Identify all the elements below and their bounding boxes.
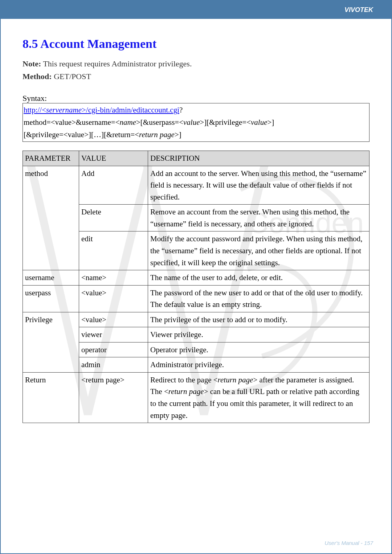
- brand-logo: VIVOTEK: [344, 6, 373, 14]
- page: VIVOTEK Confidential 8.5 Account Managem…: [0, 0, 392, 554]
- syntax-text: http://<: [24, 106, 46, 114]
- header-bar: VIVOTEK: [1, 1, 391, 19]
- header-value: VALUE: [79, 151, 148, 166]
- cell-desc: Redirect to the page <return page> after…: [148, 372, 369, 423]
- method-text: GET/POST: [52, 72, 91, 81]
- desc-text: return page: [168, 387, 204, 396]
- syntax-text: >]: [175, 130, 181, 139]
- syntax-box: http://<servername>/cgi-bin/admin/editac…: [23, 103, 369, 142]
- table-row: userpass <value> The password of the new…: [23, 285, 369, 312]
- cell-param: username: [23, 270, 79, 286]
- syntax-label: Syntax:: [23, 94, 369, 103]
- cell-desc: Add an account to the server. When using…: [148, 166, 369, 205]
- cell-value: edit: [79, 231, 148, 270]
- cell-value: viewer: [79, 327, 148, 342]
- cell-desc: Modify the account password and privileg…: [148, 231, 369, 270]
- cell-param: Return: [23, 372, 79, 423]
- cell-param: Privilege: [23, 312, 79, 372]
- cell-value: operator: [79, 342, 148, 357]
- syntax-text: name: [119, 118, 136, 127]
- cell-desc: The privilege of the user to add or to m…: [148, 312, 369, 327]
- content: Confidential 8.5 Account Management Note…: [1, 19, 391, 434]
- cell-value: <return page>: [79, 372, 148, 423]
- cell-value: <name>: [79, 270, 148, 286]
- table-row: username <name> The name of the user to …: [23, 270, 369, 286]
- header-description: DESCRIPTION: [148, 151, 369, 166]
- syntax-text: servername: [46, 106, 82, 114]
- header-parameter: PARAMETER: [23, 151, 79, 166]
- section-heading: 8.5 Account Management: [23, 37, 369, 51]
- parameter-table: PARAMETER VALUE DESCRIPTION method Add A…: [23, 151, 369, 423]
- syntax-text: >[&userpass=<: [136, 118, 183, 127]
- note-text: This request requires Administrator priv…: [41, 59, 192, 68]
- cell-value: <value>: [79, 285, 148, 312]
- syntax-line-2: method=<value>&username=<name>[&userpass…: [24, 116, 368, 129]
- cell-value: Add: [79, 166, 148, 205]
- table-header-row: PARAMETER VALUE DESCRIPTION: [23, 151, 369, 166]
- method-label: Method:: [23, 72, 52, 81]
- note-label: Note:: [23, 59, 41, 68]
- page-footer: User's Manual - 157: [324, 540, 373, 546]
- syntax-text: >][&privilege=<: [200, 118, 251, 127]
- cell-value: admin: [79, 357, 148, 373]
- cell-param: method: [23, 166, 79, 270]
- syntax-url-link[interactable]: http://<servername>/cgi-bin/admin/editac…: [24, 106, 179, 114]
- cell-param: userpass: [23, 285, 79, 312]
- cell-desc: The password of the new user to add or t…: [148, 285, 369, 312]
- syntax-line-3: [&privilege=<value>][…][&return=<return …: [24, 129, 368, 141]
- syntax-line-1: http://<servername>/cgi-bin/admin/editac…: [24, 104, 368, 116]
- syntax-text: method=<value>&username=<: [24, 118, 119, 127]
- syntax-text: >]: [267, 118, 274, 127]
- method: Method: GET/POST: [23, 70, 369, 83]
- syntax-text: value: [251, 118, 267, 127]
- desc-text: return page: [218, 376, 253, 384]
- table-row: Privilege <value> The privilege of the u…: [23, 312, 369, 327]
- cell-desc: Remove an account from the server. When …: [148, 205, 369, 231]
- cell-desc: The name of the user to add, delete, or …: [148, 270, 369, 286]
- cell-desc: Operator privilege.: [148, 342, 369, 357]
- cell-desc: Administrator privilege.: [148, 357, 369, 373]
- syntax-text: ?: [179, 106, 183, 114]
- table-row: Return <return page> Redirect to the pag…: [23, 372, 369, 423]
- note: Note: This request requires Administrato…: [23, 57, 369, 70]
- syntax-text: [&privilege=<value>][…][&return=<: [24, 130, 139, 139]
- cell-value: <value>: [79, 312, 148, 327]
- cell-value: Delete: [79, 205, 148, 231]
- syntax-text: >/cgi-bin/admin/editaccount.cgi: [82, 106, 179, 114]
- table-row: method Add Add an account to the server.…: [23, 166, 369, 205]
- syntax-text: return page: [139, 130, 175, 139]
- cell-desc: Viewer privilege.: [148, 327, 369, 342]
- syntax-text: value: [183, 118, 200, 127]
- desc-text: Redirect to the page <: [150, 376, 218, 384]
